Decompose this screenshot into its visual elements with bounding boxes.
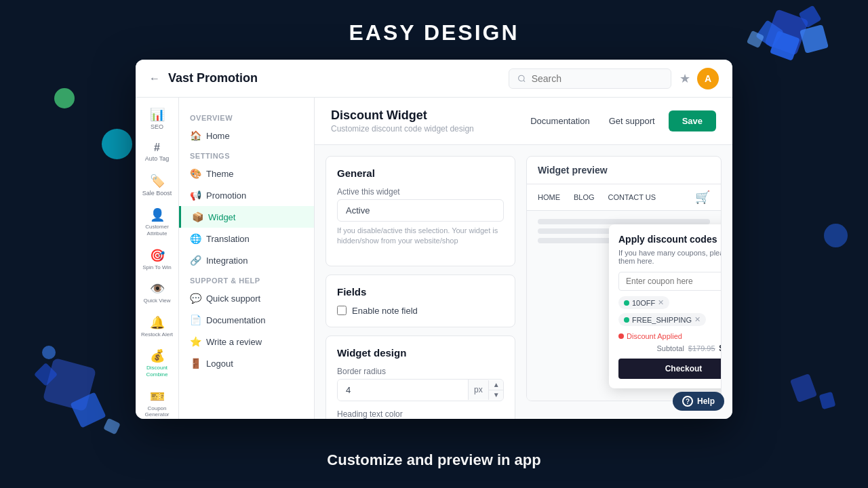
help-label: Help <box>697 396 715 406</box>
nav-documentation-label: Documentation <box>206 315 265 325</box>
subtotal-new-price: $169.95 <box>719 344 722 353</box>
quick-view-icon: 👁️ <box>150 281 165 296</box>
nav-item-promotion[interactable]: 📢 Promotion <box>179 184 314 206</box>
enable-note-row: Enable note field <box>337 306 504 316</box>
nav-item-logout[interactable]: 🚪 Logout <box>179 352 314 374</box>
widget-design-title: Widget design <box>337 347 504 359</box>
content-header: Discount Widget Customize discount code … <box>315 98 732 145</box>
nav-link-contact[interactable]: CONTACT US <box>608 193 656 201</box>
border-radius-unit: px <box>468 380 488 400</box>
seo-label: SEO <box>151 123 163 131</box>
get-support-button[interactable]: Get support <box>604 112 660 130</box>
preview-browser: HOME BLOG CONTACT US 🛒 <box>527 184 721 401</box>
customer-attribute-icon: 👤 <box>150 207 165 222</box>
nav-item-theme[interactable]: 🎨 Theme <box>179 163 314 184</box>
search-bar <box>509 68 671 89</box>
enable-note-checkbox[interactable] <box>337 306 347 315</box>
customer-attribute-label: Customer Attribute <box>141 224 174 237</box>
discount-applied-label: Discount Applied <box>627 332 682 340</box>
auto-tag-icon: # <box>154 142 160 154</box>
avatar[interactable]: A <box>697 68 719 89</box>
documentation-button[interactable]: Documentation <box>525 112 595 130</box>
orb-4 <box>824 224 848 247</box>
subtotal-row: Subtotal $179.95 $169.95 <box>618 344 722 353</box>
help-button[interactable]: ? Help <box>673 392 724 411</box>
review-icon: ⭐ <box>190 336 201 347</box>
search-input[interactable] <box>532 73 663 84</box>
quick-support-icon: 💬 <box>190 293 201 304</box>
spin-to-win-label: Spin To Win <box>142 264 172 271</box>
top-bar: ← Vast Promotion ★ A <box>136 60 732 98</box>
bg-bottom-text: Customize and preview in app <box>327 451 540 469</box>
spin-down-button[interactable]: ▼ <box>489 390 504 400</box>
sidebar-item-auto-tag[interactable]: # Auto Tag <box>138 138 176 167</box>
nav-link-home[interactable]: HOME <box>538 193 560 201</box>
seo-icon: 📊 <box>150 107 165 122</box>
favorite-button[interactable]: ★ <box>679 71 690 86</box>
general-card: General Active this widget Active Inacti… <box>326 156 515 266</box>
nav-logout-label: Logout <box>206 359 233 369</box>
sidebar-item-discount-combine[interactable]: 💰 Discount Combine <box>138 344 176 382</box>
border-radius-input[interactable] <box>338 380 468 401</box>
nav-item-widget[interactable]: 📦 Widget <box>179 206 314 228</box>
coupon-generator-icon: 🎫 <box>150 389 165 404</box>
nav-item-write-review[interactable]: ⭐ Write a review <box>179 331 314 352</box>
nav-link-blog[interactable]: BLOG <box>574 193 595 201</box>
integration-icon: 🔗 <box>190 255 201 266</box>
restock-alert-label: Restock Alert <box>141 331 173 338</box>
active-widget-select-wrapper: Active Inactive <box>337 199 504 222</box>
nav-promotion-label: Promotion <box>206 190 246 201</box>
active-widget-group: Active this widget Active Inactive If yo… <box>337 187 504 247</box>
coupon-generator-label: Coupon Generator <box>141 405 174 418</box>
widget-icon: 📦 <box>192 211 203 222</box>
preview-card: Widget preview HOME BLOG CONTACT US 🛒 <box>526 156 722 401</box>
sidebar-item-sale-boost[interactable]: 🏷️ Sale Boost <box>138 169 176 201</box>
discount-applied-left: Discount Applied <box>618 332 682 340</box>
nav-item-documentation[interactable]: 📄 Documentation <box>179 309 314 331</box>
nav-item-translation[interactable]: 🌐 Translation <box>179 228 314 249</box>
auto-tag-label: Auto Tag <box>145 155 169 163</box>
coupon-input[interactable] <box>618 272 722 291</box>
fields-card: Fields Enable note field <box>326 274 515 327</box>
spin-up-button[interactable]: ▲ <box>489 380 504 390</box>
decorative-gem-3 <box>800 24 829 54</box>
coupon-tags: 10OFF ✕ FREE_SHIPPING ✕ <box>618 296 722 326</box>
remove-10off-button[interactable]: ✕ <box>658 298 664 307</box>
nav-item-integration[interactable]: 🔗 Integration <box>179 249 314 271</box>
settings-section-label: SETTINGS <box>179 146 314 163</box>
remove-free-shipping-button[interactable]: ✕ <box>694 315 701 324</box>
browser-nav: HOME BLOG CONTACT US 🛒 <box>527 184 721 211</box>
active-widget-select[interactable]: Active Inactive <box>337 199 504 222</box>
sidebar-item-quick-view[interactable]: 👁️ Quick View <box>138 277 176 308</box>
sidebar-item-spin-to-win[interactable]: 🎯 Spin To Win <box>138 244 176 275</box>
sidebar-item-coupon-generator[interactable]: 🎫 Coupon Generator <box>138 385 176 419</box>
main-layout: 📊 SEO # Auto Tag 🏷️ Sale Boost 👤 Custome… <box>136 98 732 419</box>
border-radius-group: Border radius px ▲ ▼ <box>337 367 504 401</box>
promotion-icon: 📢 <box>190 190 201 201</box>
orb-3 <box>42 346 56 359</box>
preview-line-1 <box>538 219 710 224</box>
orb-1 <box>54 88 75 108</box>
cart-icon[interactable]: 🛒 <box>695 190 710 205</box>
sidebar-item-restock-alert[interactable]: 🔔 Restock Alert <box>138 311 176 342</box>
nav-item-home[interactable]: 🏠 Home <box>179 125 314 146</box>
content-actions: Documentation Get support Save <box>525 110 716 131</box>
coupon-tag-10off: 10OFF ✕ <box>618 296 669 309</box>
tag-label-free-shipping: FREE_SHIPPING <box>632 316 692 324</box>
enable-note-label[interactable]: Enable note field <box>352 306 418 316</box>
back-button[interactable]: ← <box>149 73 160 85</box>
bg-title: EASY DESIGN <box>349 20 519 45</box>
gem-small-2 <box>818 392 835 409</box>
widget-design-card: Widget design Border radius px ▲ ▼ <box>326 336 515 419</box>
sidebar-item-seo[interactable]: 📊 SEO <box>138 103 176 135</box>
nav-quick-support-label: Quick support <box>206 293 260 304</box>
save-button[interactable]: Save <box>669 110 716 131</box>
content-title: Discount Widget Customize discount code … <box>331 108 474 134</box>
restock-alert-icon: 🔔 <box>150 315 165 330</box>
overview-section-label: OVERVIEW <box>179 108 314 125</box>
checkout-button[interactable]: Checkout <box>618 359 722 379</box>
nav-item-quick-support[interactable]: 💬 Quick support <box>179 287 314 309</box>
support-section-label: SUPPORT & HELP <box>179 271 314 287</box>
border-radius-label: Border radius <box>337 367 504 376</box>
sidebar-item-customer-attribute[interactable]: 👤 Customer Attribute <box>138 203 176 241</box>
